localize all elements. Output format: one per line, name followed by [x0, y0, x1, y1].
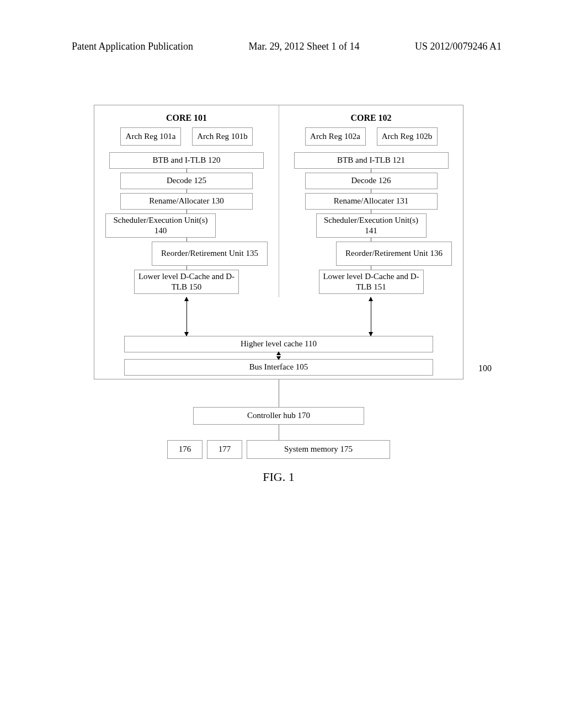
connector: [279, 425, 279, 440]
arrow-bidirectional-icon: [276, 352, 281, 359]
arch-reg-102b: Arch Reg 102b: [377, 127, 438, 146]
arch-reg-102a: Arch Reg 102a: [305, 127, 366, 146]
controller-hub-170: Controller hub 170: [193, 407, 364, 425]
figure-1: CORE 101 Arch Reg 101a Arch Reg 101b BTB…: [94, 105, 463, 484]
core-102: CORE 102 Arch Reg 102a Arch Reg 102b BTB…: [279, 105, 463, 297]
header-center: Mar. 29, 2012 Sheet 1 of 14: [248, 41, 359, 52]
connector: [371, 169, 371, 173]
sched-exec-140: Scheduler/Execution Unit(s) 140: [105, 213, 216, 238]
sched-exec-141: Scheduler/Execution Unit(s) 141: [316, 213, 427, 238]
system-memory-175: System memory 175: [247, 440, 390, 459]
btb-itlb-121: BTB and I-TLB 121: [294, 152, 449, 169]
rename-130: Rename/Allocater 130: [120, 193, 253, 210]
core-102-title: CORE 102: [282, 113, 460, 123]
connector: [186, 189, 187, 193]
chip-label-100: 100: [478, 363, 492, 373]
higher-cache-110: Higher level cache 110: [124, 336, 433, 352]
connector: [371, 210, 371, 213]
connector: [371, 238, 371, 242]
rename-131: Rename/Allocater 131: [305, 193, 438, 210]
page-header: Patent Application Publication Mar. 29, …: [0, 41, 565, 52]
dcache-151: Lower level D-Cache and D-TLB 151: [319, 270, 424, 294]
chip-100: CORE 101 Arch Reg 101a Arch Reg 101b BTB…: [94, 105, 463, 379]
connector: [186, 169, 187, 173]
reorder-135: Reorder/Retirement Unit 135: [152, 242, 268, 266]
connector: [371, 189, 371, 193]
connector: [371, 266, 371, 270]
connector: [186, 266, 187, 270]
decode-126: Decode 126: [305, 173, 438, 189]
bus-interface-105: Bus Interface 105: [124, 359, 433, 376]
core-101: CORE 101 Arch Reg 101a Arch Reg 101b BTB…: [94, 105, 279, 297]
mem-block-177: 177: [207, 440, 242, 459]
decode-125: Decode 125: [120, 173, 253, 189]
header-right: US 2012/0079246 A1: [415, 41, 502, 52]
core-101-title: CORE 101: [98, 113, 275, 123]
btb-itlb-120: BTB and I-TLB 120: [109, 152, 264, 169]
connector: [279, 379, 279, 407]
arrow-bidirectional-icon: [371, 297, 371, 336]
figure-caption: FIG. 1: [263, 470, 294, 484]
connector: [186, 238, 187, 242]
reorder-136: Reorder/Retirement Unit 136: [336, 242, 452, 266]
arch-reg-101b: Arch Reg 101b: [192, 127, 253, 146]
mem-block-176: 176: [167, 440, 202, 459]
arrow-bidirectional-icon: [186, 297, 187, 336]
arch-reg-101a: Arch Reg 101a: [120, 127, 181, 146]
header-left: Patent Application Publication: [72, 41, 193, 52]
connector: [186, 210, 187, 213]
dcache-150: Lower level D-Cache and D-TLB 150: [134, 270, 239, 294]
